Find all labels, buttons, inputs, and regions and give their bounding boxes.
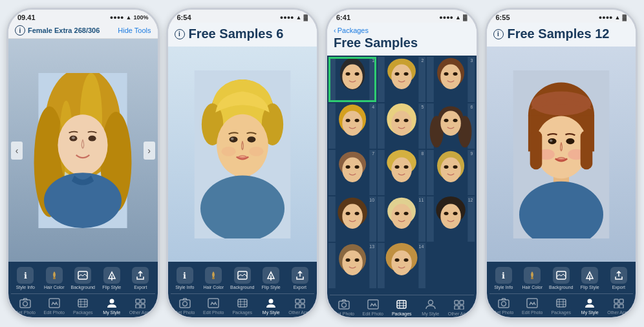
grid-num-7: 7 <box>372 151 374 156</box>
svg-point-123 <box>355 258 360 262</box>
tab-other-apps-4[interactable]: Other Apps <box>605 297 634 315</box>
tab-edit-photo-1[interactable]: Edit Photo <box>40 297 69 315</box>
svg-rect-140 <box>455 306 458 310</box>
tab-my-style-3[interactable]: My Style <box>416 298 445 316</box>
background-icon-2 <box>234 267 251 284</box>
svg-point-38 <box>247 136 255 142</box>
style-info-btn-2[interactable]: ℹ Style Info <box>171 267 200 290</box>
status-bar-3: 6:41 ●●●● ▲ ▓ <box>327 10 477 23</box>
hide-tools-btn[interactable]: Hide Tools <box>118 26 151 34</box>
grid-cell-7[interactable]: 7 <box>328 150 376 195</box>
grid-cell-14[interactable]: 14 <box>378 243 425 288</box>
tab-get-photo-1[interactable]: Get Photo <box>11 297 40 315</box>
tab-edit-photo-2[interactable]: Edit Photo <box>199 297 228 315</box>
tab-other-apps-label-3: Other Apps <box>448 311 471 316</box>
grid-cell-10[interactable]: 10 <box>328 196 376 242</box>
background-btn-4[interactable]: Background <box>547 267 576 290</box>
tab-get-photo-label-2: Get Photo <box>175 310 195 315</box>
tab-get-photo-2[interactable]: Get Photo <box>171 297 200 315</box>
tab-packages-2[interactable]: Packages <box>228 297 257 315</box>
status-time-2: 6:54 <box>177 14 191 21</box>
grid-cell-6[interactable]: 6 <box>427 103 475 149</box>
tab-my-style-icon-4 <box>582 297 597 310</box>
tab-edit-photo-3[interactable]: Edit Photo <box>359 298 388 316</box>
style-info-btn-4[interactable]: ℹ Style Info <box>489 267 519 290</box>
hair-color-btn-2[interactable]: Hair Color <box>199 267 228 290</box>
svg-point-112 <box>395 212 400 215</box>
grid-cell-11[interactable]: 11 <box>378 196 425 242</box>
grid-num-9: 9 <box>471 151 473 156</box>
flip-style-btn-1[interactable]: Flip Style <box>98 267 127 290</box>
tab-other-apps-3[interactable]: Other Apps <box>445 298 474 316</box>
grid-num-14: 14 <box>419 244 424 249</box>
hair-color-btn-4[interactable]: Hair Color <box>518 267 547 290</box>
signal-icon-4: ●●●● <box>599 14 613 21</box>
info-icon-4[interactable]: i <box>493 29 504 39</box>
grid-cell-4[interactable]: 4 <box>328 103 376 149</box>
info-icon-2[interactable]: i <box>175 29 185 39</box>
grid-cell-empty <box>427 243 475 288</box>
svg-rect-155 <box>580 130 592 169</box>
tab-my-style-1[interactable]: My Style <box>98 297 127 315</box>
flip-style-btn-2[interactable]: Flip Style <box>257 267 286 290</box>
tab-other-apps-2[interactable]: Other Apps <box>286 297 315 315</box>
wifi-icon: ▲ <box>126 14 132 21</box>
grid-cell-2[interactable]: 2 <box>378 57 425 102</box>
svg-rect-169 <box>619 299 623 303</box>
svg-point-23 <box>109 299 114 304</box>
grid-cell-5[interactable]: 5 <box>378 103 425 149</box>
svg-point-108 <box>355 212 360 215</box>
grid-cell-9[interactable]: 9 <box>427 150 475 195</box>
grid-cell-8[interactable]: 8 <box>378 150 425 195</box>
grid-cell-3[interactable]: 3 <box>427 57 475 102</box>
grid-cell-13[interactable]: 13 <box>328 243 376 288</box>
background-label-1: Background <box>71 285 95 290</box>
nav-arrows: ‹ › <box>8 142 158 160</box>
background-btn-2[interactable]: Background <box>228 267 257 290</box>
export-label-1: Export <box>134 285 147 290</box>
svg-point-76 <box>355 119 360 122</box>
tab-other-apps-1[interactable]: Other Apps <box>126 297 155 315</box>
info-icon-1[interactable]: i <box>15 25 25 36</box>
prev-arrow[interactable]: ‹ <box>11 142 23 160</box>
status-time-1: 09.41 <box>17 14 36 21</box>
tab-packages-1[interactable]: Packages <box>69 297 98 315</box>
toolbar-3: Got Photo Edit Photo Packages <box>327 290 477 317</box>
tab-edit-photo-4[interactable]: Edit Photo <box>518 297 547 315</box>
signal-icon-2: ●●●● <box>280 14 294 21</box>
hair-color-btn-1[interactable]: Hair Color <box>40 267 69 290</box>
svg-point-74 <box>342 111 363 136</box>
screenshots-container: 09.41 ●●●● ▲ 100% i Female Extra 268/306… <box>0 0 644 327</box>
background-btn-1[interactable]: Background <box>69 267 98 290</box>
tab-got-photo-3[interactable]: Got Photo <box>330 298 359 316</box>
style-info-icon-4: ℹ <box>495 267 512 284</box>
flip-style-label-2: Flip Style <box>262 285 281 290</box>
back-btn-3[interactable]: ‹ Packages <box>334 26 470 34</box>
battery-icon: 100% <box>133 14 148 21</box>
tab-my-style-label-2: My Style <box>263 310 280 315</box>
tab-get-photo-4[interactable]: Get Photo <box>489 297 519 315</box>
header-3: ‹ Packages Free Samples <box>327 23 477 56</box>
style-info-btn-1[interactable]: ℹ Style Info <box>11 267 40 290</box>
flip-style-btn-4[interactable]: Flip Style <box>575 267 605 290</box>
svg-point-122 <box>346 258 350 262</box>
tab-packages-4[interactable]: Packages <box>547 297 576 315</box>
tab-packages-3[interactable]: Packages <box>387 298 416 316</box>
svg-point-59 <box>342 64 363 89</box>
woman-illustration-2 <box>191 70 294 238</box>
export-btn-1[interactable]: Export <box>126 267 155 290</box>
svg-rect-138 <box>455 301 458 304</box>
tab-my-style-2[interactable]: My Style <box>257 297 286 315</box>
grid-cell-1[interactable]: 1 <box>328 57 376 102</box>
tab-packages-icon-3 <box>394 298 409 311</box>
grid-cell-12[interactable]: 12 <box>427 196 475 242</box>
tab-my-style-4[interactable]: My Style <box>575 297 605 315</box>
hair-color-icon-1 <box>46 267 63 284</box>
export-btn-2[interactable]: Export <box>286 267 315 290</box>
next-arrow[interactable]: › <box>144 142 155 160</box>
style-info-label-2: Style Info <box>175 285 194 290</box>
toolbar-bottom-1: Get Photo Edit Photo Packages <box>11 293 155 315</box>
export-btn-4[interactable]: Export <box>605 267 634 290</box>
toolbar-top-2: ℹ Style Info Hair Color Background <box>171 267 315 290</box>
grid-num-3: 3 <box>471 58 473 63</box>
